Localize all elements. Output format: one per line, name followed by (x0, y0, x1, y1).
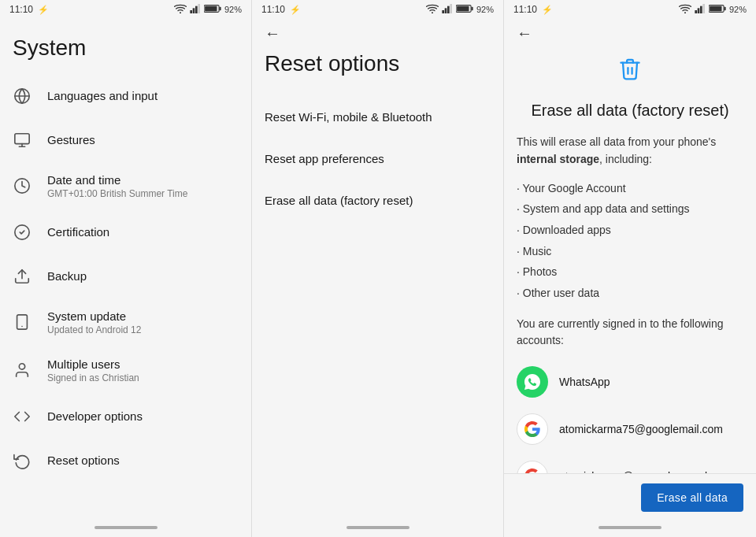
globe-svg (13, 87, 31, 105)
erase-icon-container (517, 57, 743, 91)
reset-item-prefs[interactable]: Reset app preferences (252, 138, 503, 180)
backup-svg (13, 268, 31, 285)
erase-content: Erase all data (factory reset) This will… (504, 44, 756, 473)
settings-item-gestures[interactable]: Gestures (0, 118, 251, 162)
svg-rect-29 (700, 6, 702, 13)
erase-desc-bold: internal storage (517, 153, 599, 165)
nav-indicator-2 (252, 521, 503, 537)
status-bar-2: 11:10 ⚡ (252, 0, 503, 19)
settings-item-developer[interactable]: Developer options (0, 394, 251, 439)
datetime-subtitle: GMT+01:00 British Summer Time (47, 188, 239, 199)
svg-rect-22 (450, 4, 452, 13)
signal-icon-3 (695, 4, 706, 15)
back-button-2[interactable]: ← (265, 25, 280, 41)
gesture-icon (13, 131, 32, 150)
erase-title: Erase all data (factory reset) (517, 100, 743, 120)
settings-item-datetime[interactable]: Date and time GMT+01:00 British Summer T… (0, 162, 251, 210)
settings-item-languages[interactable]: Languages and input (0, 74, 251, 118)
reset-content: Reset options (47, 454, 239, 467)
page-title-2: Reset options (252, 44, 503, 90)
top-bar-3: ← (504, 19, 756, 44)
status-right-1: 92% (174, 4, 242, 15)
gestures-content: Gestures (47, 133, 239, 146)
svg-rect-2 (193, 8, 195, 13)
settings-item-multiusers[interactable]: Multiple users Signed in as Christian (0, 346, 251, 394)
svg-rect-25 (457, 6, 469, 12)
svg-point-26 (684, 12, 686, 13)
erase-list-item: · Photos (517, 261, 743, 283)
erase-list-items: · Your Google Account· System and app da… (517, 178, 743, 304)
svg-rect-1 (190, 10, 192, 13)
notification-icon-2: ⚡ (290, 5, 301, 15)
google-avatar (517, 413, 548, 445)
status-right-3: 92% (679, 4, 747, 15)
top-bar-1 (0, 19, 251, 28)
datetime-content: Date and time GMT+01:00 British Summer T… (47, 173, 239, 199)
svg-rect-19 (442, 10, 444, 13)
accounts-label: You are currently signed in to the follo… (517, 316, 743, 349)
svg-rect-4 (198, 4, 200, 13)
page-title-1: System (0, 28, 251, 74)
gestures-label: Gestures (47, 133, 239, 146)
dev-icon (13, 407, 32, 426)
svg-rect-24 (471, 7, 472, 10)
reset-erase-label: Erase all data (factory reset) (265, 194, 413, 207)
erase-desc-suffix: , including: (599, 153, 652, 165)
user-svg (13, 361, 31, 379)
languages-label: Languages and input (47, 89, 239, 102)
signal-icon-1 (190, 4, 201, 15)
svg-rect-3 (195, 6, 198, 13)
reset-prefs-label: Reset app preferences (265, 152, 384, 165)
back-button-3[interactable]: ← (517, 25, 532, 41)
dev-svg (13, 408, 31, 425)
notification-icon-1: ⚡ (38, 5, 49, 15)
gesture-svg (13, 131, 31, 149)
update-subtitle: Updated to Android 12 (47, 324, 239, 335)
reset-wifi-label: Reset Wi-Fi, mobile & Bluetooth (265, 110, 432, 124)
settings-item-reset[interactable]: Reset options (0, 439, 251, 483)
erase-panel: 11:10 ⚡ (504, 0, 756, 537)
update-content: System update Updated to Android 12 (47, 309, 239, 335)
certification-icon (13, 223, 32, 242)
user-icon (13, 361, 32, 380)
settings-item-update[interactable]: System update Updated to Android 12 (0, 298, 251, 346)
account-item-whatsapp: WhatsApp (517, 358, 743, 406)
settings-item-backup[interactable]: Backup (0, 254, 251, 298)
reset-svg (13, 452, 31, 469)
reset-list: Reset Wi-Fi, mobile & Bluetooth Reset ap… (252, 90, 503, 521)
wifi-icon-1 (174, 4, 187, 15)
battery-pct-3: 92% (729, 5, 747, 14)
reset-item-wifi[interactable]: Reset Wi-Fi, mobile & Bluetooth (252, 96, 503, 138)
battery-icon-3 (709, 4, 726, 15)
reset-icon (13, 451, 32, 470)
wifi-icon-2 (426, 4, 439, 15)
phone-icon (13, 313, 32, 331)
status-left-1: 11:10 ⚡ (9, 4, 49, 15)
battery-icon-2 (456, 4, 473, 15)
time-1: 11:10 (9, 4, 33, 15)
settings-item-certification[interactable]: Certification (0, 210, 251, 254)
nav-bar-3 (598, 526, 662, 529)
erase-desc-prefix: This will erase all data from your phone… (517, 135, 716, 148)
svg-rect-15 (17, 315, 28, 329)
languages-content: Languages and input (47, 89, 239, 102)
svg-rect-32 (724, 7, 725, 10)
erase-all-data-button[interactable]: Erase all data (641, 483, 743, 512)
reset-item-erase[interactable]: Erase all data (factory reset) (252, 180, 503, 221)
time-2: 11:10 (261, 4, 285, 15)
account-item-google1: atomickarma75@googlemail.com (517, 406, 743, 453)
phone-svg (13, 313, 31, 331)
svg-rect-20 (445, 8, 447, 13)
svg-point-18 (432, 12, 433, 13)
bottom-bar: Erase all data (504, 473, 756, 521)
datetime-label: Date and time (47, 173, 239, 187)
system-panel: 11:10 ⚡ (0, 0, 252, 537)
time-3: 11:10 (513, 4, 537, 15)
certification-content: Certification (47, 225, 239, 239)
erase-list-item: · System and app data and settings (517, 198, 743, 220)
account-item-google2: atomickarma@cmcawley.co.uk (517, 453, 743, 473)
wifi-icon-3 (679, 4, 691, 15)
nav-indicator-1 (0, 521, 251, 537)
erase-list-item: · Other user data (517, 283, 743, 304)
erase-list-item: · Music (517, 241, 743, 262)
